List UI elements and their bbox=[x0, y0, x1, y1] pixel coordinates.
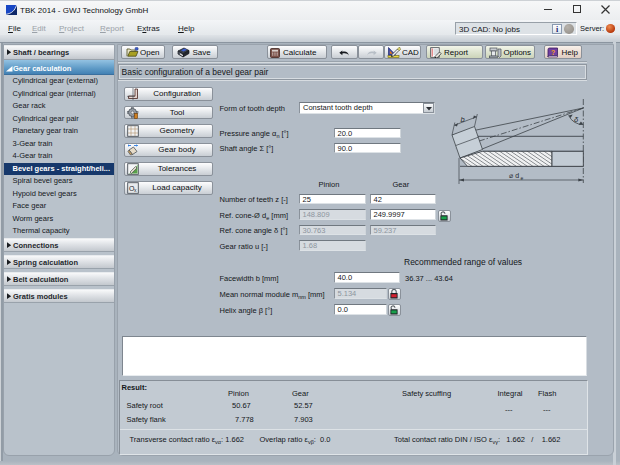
svg-text:?: ? bbox=[551, 48, 555, 55]
svg-text:⌀ d: ⌀ d bbox=[509, 172, 519, 179]
svg-text:δ: δ bbox=[574, 115, 579, 124]
svg-text:b: b bbox=[461, 115, 465, 124]
svg-text:e: e bbox=[521, 175, 524, 181]
